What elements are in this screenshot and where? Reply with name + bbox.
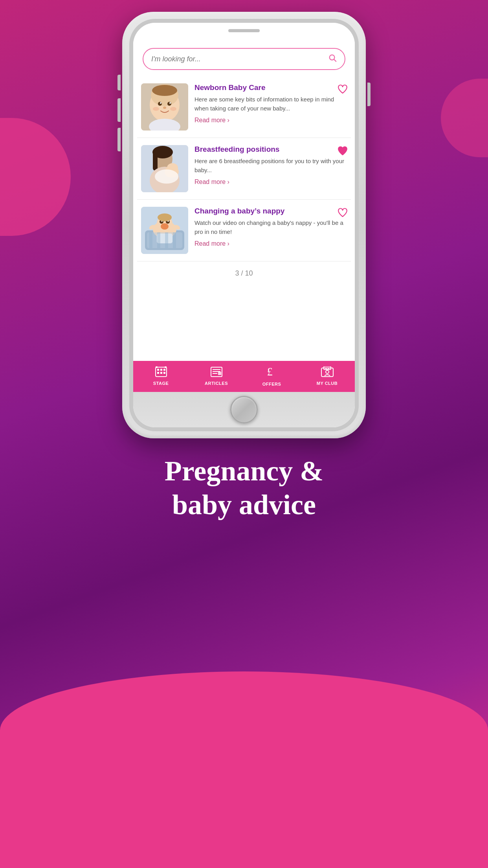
bottom-headline: Pregnancy &baby advice	[165, 454, 324, 522]
article-title-3: Changing a baby’s nappy	[194, 207, 347, 215]
svg-text:£: £	[267, 366, 272, 378]
svg-point-5	[158, 102, 162, 106]
pagination: 3 / 10	[133, 261, 355, 285]
svg-point-13	[152, 85, 177, 96]
svg-point-21	[155, 169, 178, 184]
article-title-1: Newborn Baby Care	[194, 83, 347, 92]
bottom-arc-decoration	[0, 671, 488, 868]
svg-line-1	[334, 59, 336, 61]
nav-item-stage[interactable]: STAGE	[149, 366, 173, 386]
svg-point-9	[163, 107, 166, 109]
nav-item-myclub[interactable]: MY CLUB	[316, 366, 339, 386]
svg-point-6	[167, 102, 171, 106]
article-desc-3: Watch our video on changing a baby's nap…	[194, 219, 347, 236]
article-thumbnail-2	[141, 145, 188, 192]
article-card: Newborn Baby Care Here are some key bits…	[137, 76, 351, 138]
search-area	[133, 39, 355, 76]
bottom-nav: STAGE ARTICLES	[133, 361, 355, 392]
search-input[interactable]	[151, 55, 328, 63]
article-card: Breastfeeding positions Here are 6 breas…	[137, 138, 351, 200]
search-bar[interactable]	[143, 48, 345, 70]
article-card: Changing a baby’s nappy Watch our video …	[137, 200, 351, 261]
svg-rect-44	[157, 372, 159, 374]
svg-point-7	[160, 102, 161, 104]
svg-point-8	[169, 102, 171, 104]
bottom-text-area: Pregnancy &baby advice	[133, 454, 355, 522]
decorative-blob-right	[441, 79, 488, 157]
offers-icon: £	[266, 366, 277, 380]
silent-switch	[117, 75, 121, 90]
svg-rect-42	[160, 369, 162, 371]
svg-point-57	[326, 370, 329, 373]
article-content-1: Newborn Baby Care Here are some key bits…	[194, 83, 347, 124]
nav-label-stage: STAGE	[153, 381, 169, 386]
read-more-1[interactable]: Read more ›	[194, 117, 347, 124]
myclub-icon	[321, 366, 334, 379]
article-content-3: Changing a baby’s nappy Watch our video …	[194, 207, 347, 247]
decorative-blob-left	[0, 118, 71, 236]
nav-label-offers: OFFERS	[262, 382, 281, 386]
read-more-2[interactable]: Read more ›	[194, 178, 347, 186]
svg-rect-47	[156, 366, 158, 368]
articles-list: Newborn Baby Care Here are some key bits…	[133, 76, 355, 261]
heart-icon-3[interactable]	[338, 208, 348, 220]
volume-down-button	[117, 128, 121, 151]
volume-up-button	[117, 98, 121, 122]
speaker	[228, 29, 260, 32]
svg-rect-46	[163, 372, 165, 374]
phone-top-bar	[133, 23, 355, 39]
svg-rect-53	[218, 372, 221, 375]
phone-bottom-area	[133, 392, 355, 427]
svg-rect-43	[163, 369, 165, 371]
article-thumbnail-1	[141, 83, 188, 131]
stage-icon	[155, 366, 167, 379]
svg-point-11	[170, 107, 176, 111]
home-button[interactable]	[230, 396, 258, 423]
phone-device: Newborn Baby Care Here are some key bits…	[122, 12, 366, 438]
power-button	[367, 83, 371, 106]
heart-icon-2[interactable]	[338, 146, 348, 158]
articles-icon	[210, 366, 223, 379]
nav-label-articles: ARTICLES	[205, 381, 228, 386]
heart-icon-1[interactable]	[338, 84, 348, 96]
nav-label-myclub: MY CLUB	[317, 381, 338, 386]
article-content-2: Breastfeeding positions Here are 6 breas…	[194, 145, 347, 186]
article-desc-2: Here are 6 breastfeeding positions for y…	[194, 157, 347, 175]
article-title-2: Breastfeeding positions	[194, 145, 347, 154]
svg-point-39	[158, 213, 172, 221]
pagination-label: 3 / 10	[235, 269, 253, 277]
nav-item-offers[interactable]: £ OFFERS	[260, 366, 284, 386]
svg-rect-17	[153, 151, 158, 171]
svg-point-10	[153, 107, 159, 111]
article-thumbnail-3	[141, 207, 188, 254]
search-icon	[328, 53, 337, 64]
screen-content: Newborn Baby Care Here are some key bits…	[133, 39, 355, 361]
svg-rect-45	[160, 372, 162, 374]
svg-point-26	[161, 223, 169, 230]
read-more-3[interactable]: Read more ›	[194, 240, 347, 247]
svg-rect-41	[157, 369, 159, 371]
nav-item-articles[interactable]: ARTICLES	[205, 366, 228, 386]
svg-rect-48	[165, 366, 167, 368]
article-desc-1: Here are some key bits of information to…	[194, 95, 347, 113]
